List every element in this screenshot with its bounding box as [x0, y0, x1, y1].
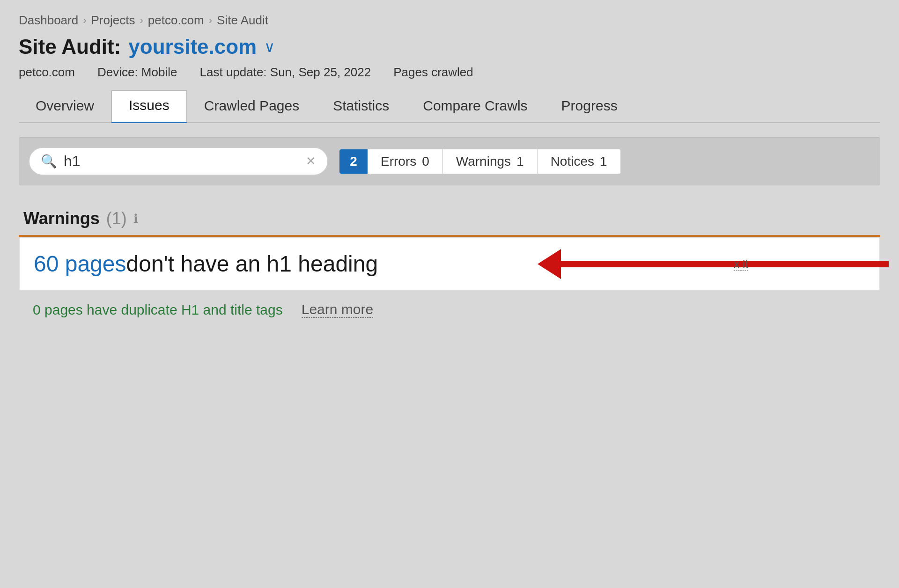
red-arrow-annotation: x it — [538, 249, 889, 279]
breadcrumb-site-audit: Site Audit — [217, 13, 268, 28]
notices-label: Notices — [551, 154, 594, 169]
page-title-row: Site Audit: yoursite.com ∨ — [19, 35, 880, 59]
sub-issue-link[interactable]: 0 pages have duplicate H1 and title tags — [33, 302, 283, 318]
warnings-label: Warnings — [456, 154, 511, 169]
filter-badges: 2 Errors 0 Warnings 1 Notices 1 — [339, 149, 621, 174]
tab-issues[interactable]: Issues — [111, 90, 187, 123]
meta-device: Device: Mobile — [97, 65, 177, 80]
arrow-head — [538, 249, 561, 279]
tab-overview[interactable]: Overview — [19, 91, 111, 122]
badge-errors[interactable]: Errors 0 — [368, 149, 443, 174]
tab-progress[interactable]: Progress — [545, 91, 634, 122]
content-area: 🔍 ✕ 2 Errors 0 Warnings 1 Notices 1 — [19, 123, 880, 326]
issue-description: don't have an h1 heading — [126, 251, 378, 277]
issue-row-h1: 60 pages don't have an h1 heading x it — [19, 237, 880, 291]
breadcrumb-dashboard[interactable]: Dashboard — [19, 13, 78, 28]
meta-domain: petco.com — [19, 65, 75, 80]
badge-warnings[interactable]: Warnings 1 — [443, 149, 538, 174]
issues-section: Warnings (1) ℹ 60 pages don't have an h1… — [19, 199, 880, 326]
breadcrumb-sep-1: › — [83, 15, 86, 27]
site-name-link[interactable]: yoursite.com — [128, 35, 257, 59]
warnings-section-header: Warnings (1) ℹ — [19, 199, 880, 235]
warnings-count: 1 — [516, 154, 524, 169]
meta-last-update: Last update: Sun, Sep 25, 2022 — [199, 65, 371, 80]
tab-compare-crawls[interactable]: Compare Crawls — [406, 91, 544, 122]
meta-pages-crawled: Pages crawled — [393, 65, 473, 80]
page-wrapper: Dashboard › Projects › petco.com › Site … — [0, 0, 899, 345]
breadcrumb-projects[interactable]: Projects — [91, 13, 135, 28]
search-filter-bar: 🔍 ✕ 2 Errors 0 Warnings 1 Notices 1 — [19, 137, 880, 185]
breadcrumb: Dashboard › Projects › petco.com › Site … — [19, 13, 880, 28]
warnings-title: Warnings — [23, 209, 100, 228]
search-input[interactable] — [64, 153, 299, 170]
errors-count: 0 — [422, 154, 429, 169]
learn-more-link[interactable]: Learn more — [302, 301, 373, 318]
breadcrumb-sep-3: › — [209, 15, 212, 27]
search-icon: 🔍 — [41, 154, 57, 169]
page-title-label: Site Audit: — [19, 35, 121, 59]
badge-notices[interactable]: Notices 1 — [538, 149, 621, 174]
warnings-count-badge: (1) — [106, 209, 127, 228]
annotation-text: x it — [734, 257, 748, 271]
search-box[interactable]: 🔍 ✕ — [29, 147, 328, 176]
tabs-nav: Overview Issues Crawled Pages Statistics… — [19, 84, 880, 123]
chevron-down-icon[interactable]: ∨ — [264, 38, 275, 56]
tab-crawled-pages[interactable]: Crawled Pages — [187, 91, 316, 122]
arrow-line — [561, 261, 889, 267]
breadcrumb-domain[interactable]: petco.com — [148, 13, 204, 28]
arrow-annotation — [538, 249, 889, 279]
notices-count: 1 — [600, 154, 607, 169]
meta-info-bar: petco.com Device: Mobile Last update: Su… — [19, 65, 880, 80]
sub-issue-row: 0 pages have duplicate H1 and title tags… — [19, 291, 880, 326]
clear-search-icon[interactable]: ✕ — [306, 154, 316, 169]
badge-total[interactable]: 2 — [339, 149, 368, 174]
tab-statistics[interactable]: Statistics — [316, 91, 406, 122]
errors-label: Errors — [381, 154, 416, 169]
info-icon[interactable]: ℹ — [133, 212, 138, 226]
breadcrumb-sep-2: › — [140, 15, 143, 27]
issue-link[interactable]: 60 pages — [34, 251, 126, 277]
